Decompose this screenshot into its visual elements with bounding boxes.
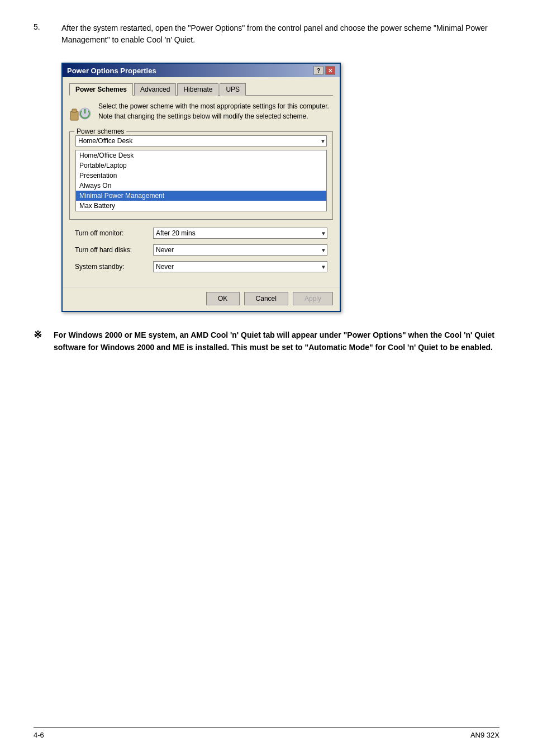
power-icon: [69, 101, 92, 124]
scheme-option-always-on[interactable]: Always On: [76, 181, 326, 191]
scheme-option-presentation[interactable]: Presentation: [76, 171, 326, 181]
standby-label: System standby:: [75, 263, 147, 271]
scheme-option-portable[interactable]: Portable/Laptop: [76, 160, 326, 171]
scheme-option-max-battery[interactable]: Max Battery: [76, 201, 326, 211]
hard-disk-setting-row: Turn off hard disks: Never ▼: [75, 244, 327, 256]
note-block: ※ For Windows 2000 or ME system, an AMD …: [34, 329, 499, 354]
footer-left: 4-6: [34, 731, 44, 739]
step-5-block: 5. After the system restarted, open the …: [34, 22, 499, 46]
tab-ups[interactable]: UPS: [220, 83, 246, 96]
tab-advanced[interactable]: Advanced: [134, 83, 176, 96]
page-footer: 4-6 AN9 32X: [34, 727, 499, 739]
power-schemes-group: Power schemes Home/Office Desk ▼ Home/Of…: [69, 131, 333, 220]
tab-hibernate[interactable]: Hibernate: [177, 83, 218, 96]
scheme-select[interactable]: Home/Office Desk: [75, 135, 327, 147]
svg-rect-1: [72, 109, 77, 112]
dialog-titlebar: Power Options Properties ? ✕: [63, 64, 340, 77]
close-button[interactable]: ✕: [325, 66, 335, 75]
settings-area: Turn off monitor: After 20 mins ▼ Turn o…: [69, 225, 333, 280]
cancel-button[interactable]: Cancel: [244, 292, 288, 305]
standby-setting-row: System standby: Never ▼: [75, 261, 327, 272]
scheme-dropdown-list: Home/Office Desk Portable/Laptop Present…: [75, 150, 327, 211]
footer-right: AN9 32X: [470, 731, 499, 739]
note-text: For Windows 2000 or ME system, an AMD Co…: [54, 329, 499, 354]
hard-disk-select[interactable]: Never: [153, 244, 327, 256]
monitor-dropdown[interactable]: After 20 mins ▼: [153, 228, 327, 239]
group-label: Power schemes: [74, 127, 126, 135]
note-symbol: ※: [34, 329, 47, 341]
scheme-dropdown-container[interactable]: Home/Office Desk ▼: [75, 135, 327, 147]
standby-dropdown[interactable]: Never ▼: [153, 261, 327, 272]
standby-select[interactable]: Never: [153, 261, 327, 272]
titlebar-controls: ? ✕: [313, 66, 335, 75]
apply-button[interactable]: Apply: [293, 292, 333, 305]
dialog-content: Power Schemes Advanced Hibernate UPS Sel…: [63, 77, 340, 285]
ok-button[interactable]: OK: [206, 292, 240, 305]
monitor-select[interactable]: After 20 mins: [153, 228, 327, 239]
hard-disk-dropdown[interactable]: Never ▼: [153, 244, 327, 256]
scheme-option-minimal[interactable]: Minimal Power Management: [76, 191, 326, 201]
monitor-label: Turn off monitor:: [75, 229, 147, 237]
dialog-title: Power Options Properties: [67, 67, 156, 75]
power-options-dialog: Power Options Properties ? ✕ Power Schem…: [61, 63, 341, 312]
step-text: After the system restarted, open the "Po…: [61, 22, 499, 46]
monitor-setting-row: Turn off monitor: After 20 mins ▼: [75, 228, 327, 239]
step-number: 5.: [34, 22, 50, 46]
description-area: Select the power scheme with the most ap…: [69, 101, 333, 124]
help-button[interactable]: ?: [313, 66, 323, 75]
hard-disk-label: Turn off hard disks:: [75, 246, 147, 254]
description-text: Select the power scheme with the most ap…: [98, 101, 333, 121]
tab-bar: Power Schemes Advanced Hibernate UPS: [69, 83, 333, 96]
dialog-buttons: OK Cancel Apply: [63, 287, 340, 311]
tab-power-schemes[interactable]: Power Schemes: [69, 83, 133, 96]
scheme-option-home-office[interactable]: Home/Office Desk: [76, 150, 326, 160]
